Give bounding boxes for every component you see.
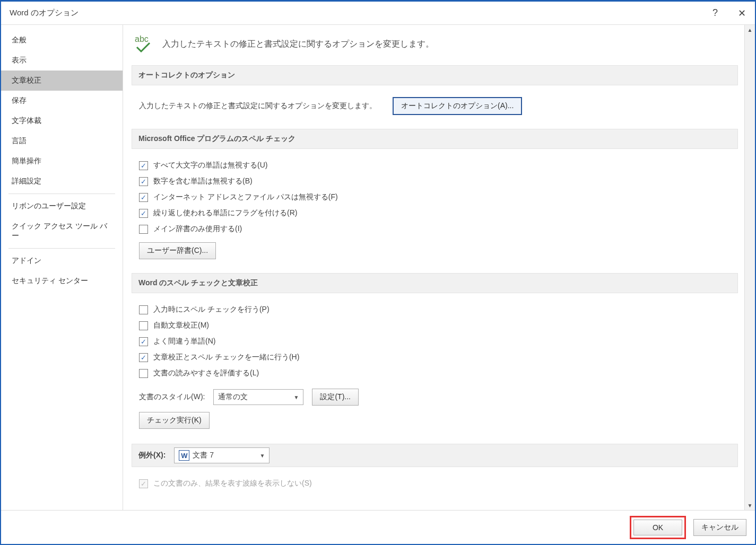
sidebar-item-ribbon[interactable]: リボンのユーザー設定 <box>1 196 123 216</box>
scroll-down-icon[interactable]: ▼ <box>745 500 755 510</box>
recheck-label: チェック実行(K) <box>147 416 202 425</box>
label-grammar-with-spell: 文章校正とスペル チェックを一緒に行う(H) <box>153 353 299 362</box>
grammar-settings-button[interactable]: 設定(T)... <box>312 389 359 406</box>
exceptions-label: 例外(X): <box>138 451 166 460</box>
scroll-up-icon[interactable]: ▲ <box>745 25 755 34</box>
grammar-settings-label: 設定(T)... <box>320 392 351 402</box>
sidebar-item-trust[interactable]: セキュリティ センター <box>1 271 123 291</box>
sidebar: 全般 表示 文章校正 保存 文字体裁 言語 簡単操作 詳細設定 リボンのユーザー… <box>1 25 123 510</box>
ok-button[interactable]: OK <box>633 520 682 535</box>
autocorrect-options-button[interactable]: オートコレクトのオプション(A)... <box>393 97 522 115</box>
cancel-label: キャンセル <box>701 523 738 532</box>
dialog-body: 全般 表示 文章校正 保存 文字体裁 言語 簡単操作 詳細設定 リボンのユーザー… <box>1 25 755 510</box>
sidebar-item-language[interactable]: 言語 <box>1 131 123 151</box>
section-exceptions-heading: 例外(X): W 文書 7 ▼ <box>132 444 738 467</box>
sidebar-item-display[interactable]: 表示 <box>1 50 123 71</box>
exceptions-document-value: 文書 7 <box>193 451 214 460</box>
checkbox-hide-squiggles: ✓ <box>139 479 148 488</box>
window-title: Word のオプション <box>10 8 702 18</box>
sidebar-item-addins[interactable]: アドイン <box>1 251 123 271</box>
label-check-as-type: 入力時にスペル チェックを行う(P) <box>153 305 270 314</box>
label-hide-squiggles: この文書のみ、結果を表す波線を表示しない(S) <box>153 479 312 488</box>
page-header: abc 入力したテキストの修正と書式設定に関するオプションを変更します。 <box>132 31 738 63</box>
checkbox-check-as-type[interactable] <box>139 305 148 314</box>
sidebar-separator <box>8 248 115 249</box>
checkbox-confused-words[interactable]: ✓ <box>139 337 148 346</box>
vertical-scrollbar[interactable]: ▲ ▼ <box>744 25 755 510</box>
label-flag-repeated: 繰り返し使われる単語にフラグを付ける(R) <box>153 208 297 218</box>
writing-style-value: 通常の文 <box>218 392 248 402</box>
label-readability: 文書の読みやすさを評価する(L) <box>153 368 259 378</box>
proofing-icon: abc <box>134 33 155 55</box>
ok-highlight-box: OK <box>630 516 686 539</box>
label-ignore-urls: インターネット アドレスとファイル パスは無視する(F) <box>153 192 338 202</box>
sidebar-item-proofing[interactable]: 文章校正 <box>1 71 123 91</box>
section-office-spell-heading: Microsoft Office プログラムのスペル チェック <box>132 129 738 149</box>
label-ignore-numbers: 数字を含む単語は無視する(B) <box>153 177 253 186</box>
checkbox-readability[interactable] <box>139 369 148 378</box>
autocorrect-options-label: オートコレクトのオプション(A)... <box>401 101 514 111</box>
sidebar-separator <box>8 194 115 194</box>
sidebar-item-save[interactable]: 保存 <box>1 91 123 111</box>
label-ignore-uppercase: すべて大文字の単語は無視する(U) <box>153 161 267 170</box>
page-title: 入力したテキストの修正と書式設定に関するオプションを変更します。 <box>162 39 434 50</box>
checkbox-flag-repeated[interactable]: ✓ <box>139 209 148 218</box>
content-wrap: abc 入力したテキストの修正と書式設定に関するオプションを変更します。 オート… <box>123 25 755 510</box>
content-pane: abc 入力したテキストの修正と書式設定に関するオプションを変更します。 オート… <box>123 25 744 510</box>
chevron-down-icon: ▼ <box>259 453 265 459</box>
autocorrect-desc: 入力したテキストの修正と書式設定に関するオプションを変更します。 <box>139 101 377 111</box>
checkbox-ignore-uppercase[interactable]: ✓ <box>139 161 148 170</box>
sidebar-item-general[interactable]: 全般 <box>1 30 123 50</box>
recheck-button[interactable]: チェック実行(K) <box>139 412 210 429</box>
sidebar-item-ease[interactable]: 簡単操作 <box>1 151 123 171</box>
checkbox-ignore-numbers[interactable]: ✓ <box>139 177 148 186</box>
titlebar: Word のオプション ? ✕ <box>1 2 755 25</box>
cancel-button[interactable]: キャンセル <box>693 519 746 536</box>
chevron-down-icon: ▼ <box>294 394 299 400</box>
checkbox-grammar-with-spell[interactable]: ✓ <box>139 353 148 362</box>
close-icon: ✕ <box>738 7 746 19</box>
sidebar-item-typography[interactable]: 文字体裁 <box>1 111 123 131</box>
writing-style-label: 文書のスタイル(W): <box>139 392 205 402</box>
sidebar-item-qat[interactable]: クイック アクセス ツール バー <box>1 216 123 246</box>
exceptions-document-select[interactable]: W 文書 7 ▼ <box>174 447 270 463</box>
dialog-footer: OK キャンセル <box>1 510 755 544</box>
writing-style-select[interactable]: 通常の文 ▼ <box>213 389 303 405</box>
checkbox-main-dict-only[interactable] <box>139 225 148 234</box>
user-dictionaries-label: ユーザー辞書(C)... <box>147 246 208 256</box>
section-autocorrect-heading: オートコレクトのオプション <box>132 65 738 85</box>
word-document-icon: W <box>179 450 189 461</box>
help-icon: ? <box>712 7 718 19</box>
user-dictionaries-button[interactable]: ユーザー辞書(C)... <box>139 242 216 259</box>
checkbox-auto-grammar[interactable] <box>139 321 148 330</box>
help-button[interactable]: ? <box>702 2 728 25</box>
section-word-spell-heading: Word のスペル チェックと文章校正 <box>132 273 738 293</box>
sidebar-item-advanced[interactable]: 詳細設定 <box>1 171 123 191</box>
label-main-dict-only: メイン辞書のみ使用する(I) <box>153 224 242 234</box>
close-button[interactable]: ✕ <box>728 2 755 25</box>
label-confused-words: よく間違う単語(N) <box>153 337 215 346</box>
ok-label: OK <box>653 523 663 532</box>
label-auto-grammar: 自動文章校正(M) <box>153 321 209 330</box>
options-dialog: Word のオプション ? ✕ 全般 表示 文章校正 保存 文字体裁 言語 簡単… <box>0 0 756 545</box>
svg-text:abc: abc <box>135 34 149 43</box>
checkbox-ignore-urls[interactable]: ✓ <box>139 193 148 202</box>
